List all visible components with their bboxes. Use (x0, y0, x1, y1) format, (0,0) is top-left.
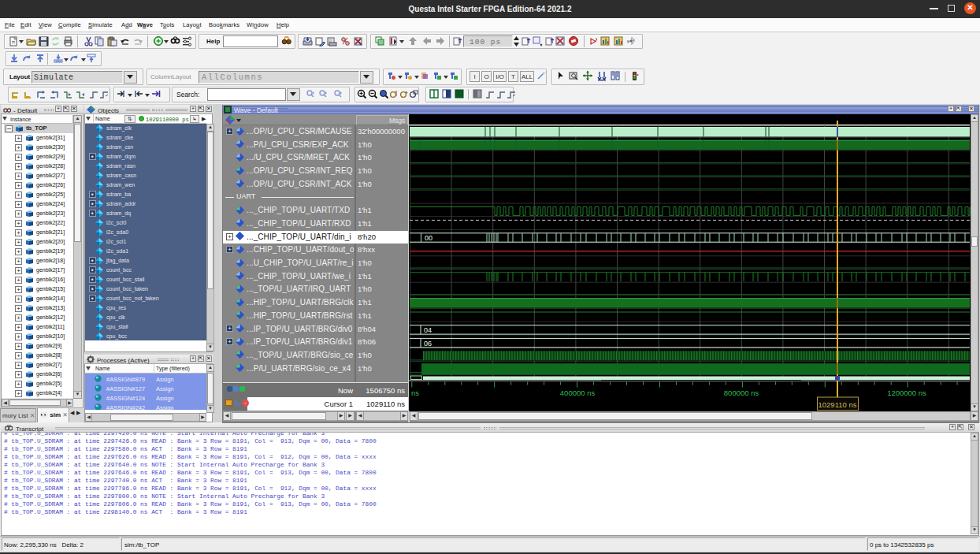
svg-text:06: 06 (424, 340, 432, 348)
svg-text:400000 ns: 400000 ns (560, 389, 596, 397)
svg-text:04: 04 (424, 326, 432, 334)
svg-text:1029110 ns: 1029110 ns (819, 400, 857, 409)
svg-text:800000 ns: 800000 ns (724, 389, 759, 397)
svg-text:0 ns: 0 ns (405, 389, 419, 397)
svg-text:00: 00 (425, 234, 432, 242)
svg-text:1200000 ns: 1200000 ns (887, 389, 926, 397)
